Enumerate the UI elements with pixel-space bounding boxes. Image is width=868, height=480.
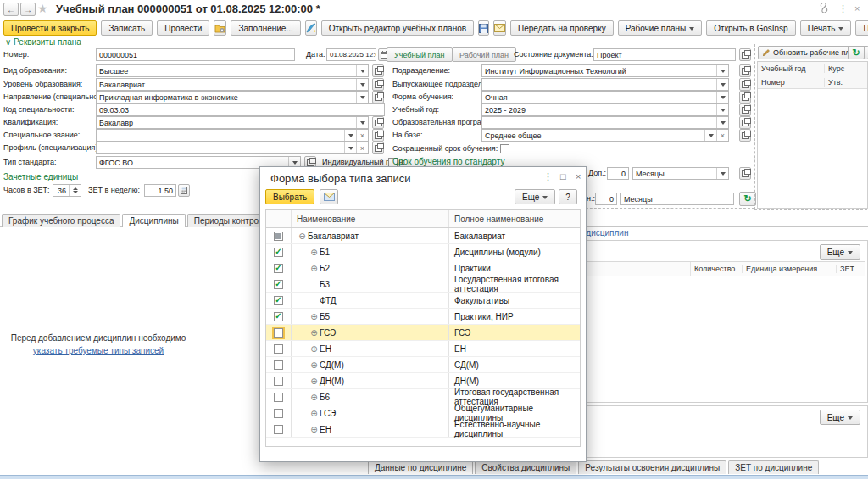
- refresh-icon[interactable]: ↻: [848, 46, 865, 59]
- row-checkbox[interactable]: ✓: [274, 248, 283, 257]
- open-picker-icon[interactable]: [739, 48, 751, 61]
- department-field[interactable]: Институт Информационных Технологий: [481, 64, 729, 77]
- open-picker-icon[interactable]: [739, 129, 751, 142]
- row-checkbox[interactable]: ✓: [274, 264, 283, 273]
- clear-icon[interactable]: ×: [356, 142, 368, 153]
- doc-state-field[interactable]: Проект: [593, 48, 736, 61]
- select-button[interactable]: Выбрать: [265, 189, 314, 204]
- record-type-row[interactable]: ✓ФТДФакультативы: [266, 293, 580, 309]
- record-type-row[interactable]: ✓⊕Б5Практики, НИР: [266, 309, 580, 325]
- dropdown-arrow-icon[interactable]: [356, 79, 368, 90]
- number-field[interactable]: 000000051: [96, 48, 295, 61]
- education-kind-field[interactable]: Высшее: [96, 64, 369, 77]
- maximize-icon[interactable]: □: [560, 171, 566, 181]
- tree-expand-icon[interactable]: ⊕: [309, 360, 320, 370]
- row-checkbox[interactable]: ✓: [274, 280, 283, 289]
- record-type-row[interactable]: ⊕ЕНЕН: [266, 341, 580, 357]
- term-value-field[interactable]: 0: [595, 193, 617, 205]
- special-rank-field[interactable]: ×: [96, 129, 369, 142]
- tree-expand-icon[interactable]: ⊕: [309, 377, 320, 386]
- print-menu-button[interactable]: Печать: [800, 20, 852, 36]
- qualification-field[interactable]: Бакалавр: [96, 116, 369, 129]
- favorite-star-icon[interactable]: ★: [37, 2, 48, 15]
- row-checkbox[interactable]: [274, 360, 283, 370]
- tab-schedule[interactable]: График учебного процесса: [2, 214, 120, 227]
- tree-expand-icon[interactable]: ⊕: [309, 312, 320, 321]
- study-plan-toggle[interactable]: Учебный план: [387, 47, 453, 62]
- clear-icon[interactable]: ×: [716, 130, 728, 141]
- dropdown-arrow-icon[interactable]: [716, 117, 728, 128]
- open-picker-icon[interactable]: [372, 116, 384, 129]
- set-record-types-link[interactable]: указать требуемые типы записей: [33, 346, 164, 355]
- column-header[interactable]: Полное наименование: [449, 210, 580, 227]
- tree-expand-icon[interactable]: ⊕: [309, 425, 320, 434]
- tree-expand-icon[interactable]: ⊕: [309, 264, 320, 273]
- dropdown-arrow-icon[interactable]: [716, 168, 728, 179]
- open-picker-icon[interactable]: [739, 91, 751, 103]
- more-menu-button[interactable]: Еще: [820, 244, 860, 260]
- close-icon[interactable]: ×: [576, 171, 581, 181]
- tab-discipline-properties[interactable]: Свойства дисциплины: [475, 460, 576, 474]
- calculator-icon[interactable]: [178, 184, 190, 197]
- tree-expand-icon[interactable]: ⊕: [309, 248, 320, 257]
- hours-per-unit-stepper[interactable]: 36: [53, 184, 81, 197]
- extra-term-value-field[interactable]: 0: [607, 167, 629, 180]
- dropdown-arrow-icon[interactable]: [716, 104, 728, 115]
- work-plans-menu-button[interactable]: Рабочие планы: [618, 20, 703, 36]
- column-header[interactable]: ЗЕТ: [837, 265, 865, 273]
- feather-icon-button[interactable]: [305, 20, 317, 36]
- dropdown-arrow-icon[interactable]: [344, 142, 356, 153]
- row-checkbox[interactable]: [274, 377, 283, 386]
- graduating-department-field[interactable]: [481, 78, 729, 91]
- back-button[interactable]: ←: [3, 3, 19, 16]
- row-checkbox[interactable]: [274, 409, 283, 418]
- reduced-term-checkbox[interactable]: [500, 144, 509, 153]
- spinner-icon[interactable]: [69, 185, 81, 196]
- save-icon-button[interactable]: [478, 20, 489, 36]
- tree-expand-icon[interactable]: ⊕: [309, 409, 320, 418]
- link-icon[interactable]: [819, 3, 829, 13]
- record-type-row[interactable]: ✓⊕Б1Дисциплины (модули): [266, 244, 580, 260]
- row-checkbox[interactable]: [274, 232, 283, 241]
- row-checkbox[interactable]: ✓: [274, 312, 283, 321]
- open-picker-icon[interactable]: [739, 78, 751, 91]
- record-type-row[interactable]: ⊕ЕНЕстественно-научные дисциплины: [266, 421, 580, 438]
- column-header[interactable]: Единица измерения: [743, 265, 837, 273]
- row-checkbox[interactable]: [274, 344, 283, 354]
- close-icon[interactable]: ×: [854, 3, 860, 14]
- forward-button[interactable]: →: [20, 3, 36, 16]
- tab-disciplines[interactable]: Дисциплины: [122, 214, 185, 227]
- more-menu-button[interactable]: Еще: [515, 189, 555, 204]
- menu-dots-icon[interactable]: ⋮: [838, 3, 848, 14]
- dropdown-arrow-icon[interactable]: [704, 130, 716, 141]
- dropdown-arrow-icon[interactable]: [356, 92, 368, 103]
- open-picker-icon[interactable]: [372, 91, 384, 103]
- open-gosinsp-button[interactable]: Открыть в GosInsp: [706, 20, 795, 36]
- open-picker-icon[interactable]: [739, 64, 751, 77]
- posting-settings-button[interactable]: [214, 20, 226, 36]
- column-header[interactable]: Номер: [758, 78, 825, 87]
- row-checkbox[interactable]: ✓: [274, 296, 283, 305]
- dropdown-arrow-icon[interactable]: [344, 130, 356, 141]
- tab-discipline-zet[interactable]: ЗЕТ по дисциплине: [728, 460, 819, 474]
- row-checkbox[interactable]: [274, 328, 283, 338]
- profile-field[interactable]: ×: [96, 142, 369, 154]
- help-button[interactable]: ?: [559, 189, 577, 204]
- dropdown-arrow-icon[interactable]: [356, 117, 368, 128]
- plan-check-menu-button[interactable]: Проверка плана: [855, 20, 868, 36]
- units-per-week-field[interactable]: 1.50: [144, 184, 176, 197]
- tab-discipline-results[interactable]: Результаты освоения дисциплины: [578, 460, 726, 474]
- row-checkbox[interactable]: [274, 425, 283, 434]
- open-picker-icon[interactable]: [739, 116, 751, 129]
- date-field[interactable]: 01.08.2025 12:00:00: [326, 48, 376, 61]
- record-type-row[interactable]: ⊖БакалавриатБакалавриат: [266, 228, 580, 244]
- dropdown-arrow-icon[interactable]: [716, 79, 728, 90]
- more-menu-button[interactable]: Еще: [820, 410, 860, 425]
- work-plans-table-body[interactable]: [758, 89, 867, 208]
- open-picker-icon[interactable]: [739, 103, 751, 116]
- write-button[interactable]: Записать: [101, 20, 153, 36]
- row-checkbox[interactable]: [274, 393, 283, 402]
- record-type-row[interactable]: ⊕ГСЭГСЭ: [266, 325, 580, 341]
- term-unit-field[interactable]: Месяцы: [620, 193, 734, 205]
- work-plan-toggle[interactable]: Рабочий план: [452, 47, 516, 62]
